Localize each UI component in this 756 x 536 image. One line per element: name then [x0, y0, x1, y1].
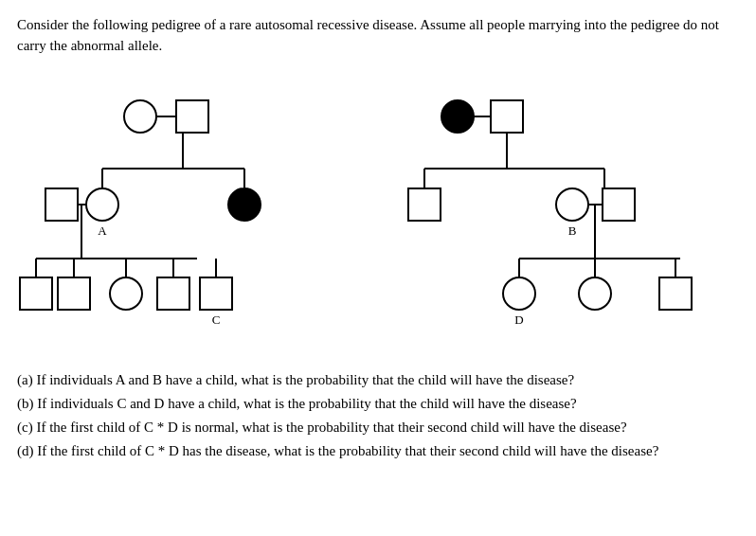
- svg-rect-19: [20, 277, 52, 310]
- svg-text:B: B: [568, 223, 577, 238]
- svg-point-25: [441, 100, 474, 133]
- svg-point-7: [86, 188, 118, 221]
- svg-rect-27: [491, 100, 523, 133]
- svg-rect-2: [176, 100, 208, 133]
- svg-rect-20: [58, 277, 90, 310]
- svg-point-44: [579, 277, 611, 310]
- questions-section: (a) If individuals A and B have a child,…: [17, 369, 739, 463]
- intro-text: Consider the following pedigree of a rar…: [17, 15, 739, 57]
- question-d: (d) If the first child of C * D has the …: [17, 440, 739, 462]
- svg-text:D: D: [514, 313, 523, 327]
- svg-rect-45: [659, 277, 692, 310]
- svg-rect-35: [603, 188, 635, 221]
- question-b: (b) If individuals C and D have a child,…: [17, 393, 739, 415]
- pedigree-diagram: .pedigree-text { font-family: "Times New…: [17, 74, 739, 348]
- pedigree-svg: .pedigree-text { font-family: "Times New…: [17, 74, 737, 348]
- svg-rect-23: [200, 277, 232, 310]
- question-a: (a) If individuals A and B have a child,…: [17, 369, 739, 391]
- question-c: (c) If the first child of C * D is norma…: [17, 417, 739, 438]
- svg-point-42: [503, 277, 535, 310]
- svg-rect-32: [408, 188, 441, 221]
- svg-point-33: [556, 188, 588, 221]
- svg-text:C: C: [212, 313, 221, 327]
- svg-point-0: [124, 100, 156, 133]
- svg-point-21: [110, 277, 142, 310]
- svg-rect-8: [45, 188, 78, 221]
- svg-text:A: A: [98, 223, 107, 238]
- svg-rect-22: [157, 277, 189, 310]
- svg-point-11: [228, 188, 261, 221]
